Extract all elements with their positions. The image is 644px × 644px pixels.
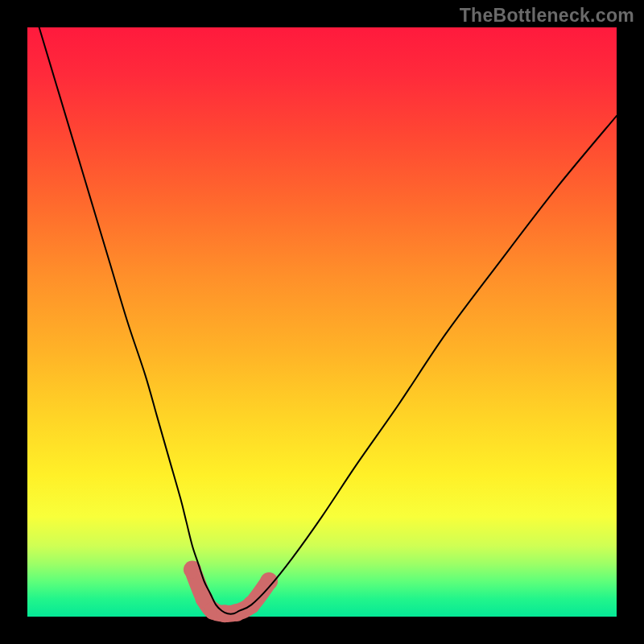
bottleneck-curve-path (39, 27, 617, 614)
curve-overlay (27, 27, 617, 617)
chart-frame: TheBottleneck.com (0, 0, 644, 644)
watermark-text: TheBottleneck.com (460, 5, 634, 27)
